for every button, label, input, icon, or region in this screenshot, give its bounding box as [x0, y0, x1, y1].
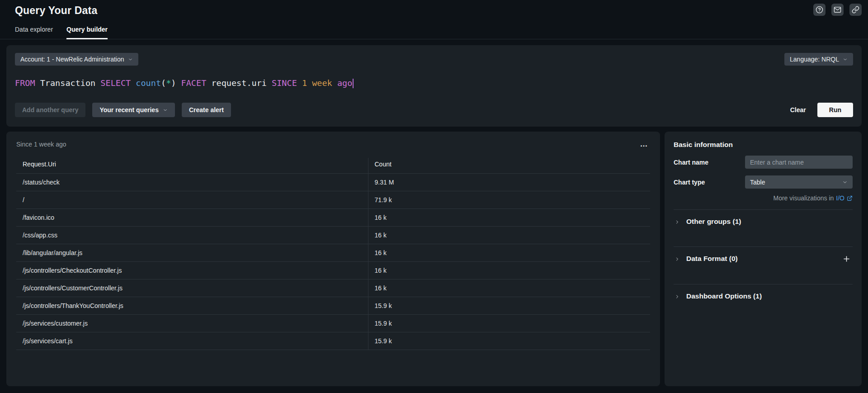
request-uri-cell: / — [16, 191, 368, 209]
table-row: /js/controllers/CustomerController.js16 … — [16, 279, 650, 297]
chevron-down-icon — [843, 57, 848, 62]
count-cell: 15.9 k — [368, 332, 650, 350]
count-cell: 9.31 M — [368, 174, 650, 191]
request-uri-cell: /status/check — [16, 174, 368, 191]
help-icon — [816, 6, 823, 14]
nrql-query-text: FROM Transaction SELECT count(*) FACET r… — [15, 78, 352, 88]
count-cell: 16 k — [368, 244, 650, 262]
link-icon — [852, 6, 859, 14]
chart-name-label: Chart name — [674, 159, 745, 166]
count-cell: 15.9 k — [368, 315, 650, 332]
add-another-query-button[interactable]: Add another query — [15, 103, 85, 117]
query-builder-panel: Account: 1 - NewRelic Administration Lan… — [6, 45, 862, 127]
chevron-down-icon — [128, 57, 133, 62]
table-row: /js/services/cart.js15.9 k — [16, 332, 650, 350]
section-data-format[interactable]: Data Format (0) — [674, 246, 853, 284]
count-cell: 71.9 k — [368, 191, 650, 209]
request-uri-cell: /js/controllers/CheckoutController.js — [16, 262, 368, 279]
table-row: /js/controllers/CheckoutController.js16 … — [16, 262, 650, 279]
chart-type-label: Chart type — [674, 179, 745, 186]
header-actions — [813, 4, 862, 16]
section-dashboard-options[interactable]: Dashboard Options (1) — [674, 284, 853, 321]
basic-information-heading: Basic information — [674, 141, 853, 149]
chevron-right-icon — [675, 294, 680, 299]
request-uri-cell: /js/services/cart.js — [16, 332, 368, 350]
table-header-row: Request.Uri Count — [16, 158, 650, 174]
chart-type-select[interactable]: Table — [745, 175, 853, 189]
table-row: /status/check9.31 M — [16, 174, 650, 191]
page-header: Query Your Data — [0, 0, 868, 17]
tab-data-explorer[interactable]: Data explorer — [15, 26, 53, 39]
count-cell: 16 k — [368, 209, 650, 227]
request-uri-cell: /js/controllers/ThankYouController.js — [16, 297, 368, 315]
table-row: /lib/angular/angular.js16 k — [16, 244, 650, 262]
chart-name-input[interactable] — [745, 156, 853, 169]
copy-link-button[interactable] — [849, 4, 862, 16]
chevron-right-icon — [675, 219, 680, 225]
chevron-right-icon — [675, 256, 680, 262]
table-row: /js/controllers/ThankYouController.js15.… — [16, 297, 650, 315]
table-row: /favicon.ico16 k — [16, 209, 650, 227]
count-cell: 15.9 k — [368, 297, 650, 315]
count-cell: 16 k — [368, 227, 650, 244]
account-selector[interactable]: Account: 1 - NewRelic Administration — [15, 53, 138, 66]
feedback-button[interactable] — [831, 4, 844, 16]
add-data-format-button[interactable] — [842, 255, 851, 263]
run-button[interactable]: Run — [817, 103, 853, 117]
help-button[interactable] — [813, 4, 826, 16]
request-uri-cell: /js/services/customer.js — [16, 315, 368, 332]
io-link[interactable]: I/O — [836, 194, 853, 202]
count-cell: 16 k — [368, 279, 650, 297]
table-body: /status/check9.31 M/71.9 k/favicon.ico16… — [16, 174, 650, 350]
request-uri-cell: /lib/angular/angular.js — [16, 244, 368, 262]
column-header-request-uri[interactable]: Request.Uri — [16, 158, 368, 174]
request-uri-cell: /favicon.ico — [16, 209, 368, 227]
recent-queries-button[interactable]: Your recent queries — [92, 103, 175, 117]
create-alert-button[interactable]: Create alert — [182, 103, 231, 117]
language-selector[interactable]: Language: NRQL — [784, 53, 853, 66]
column-header-count[interactable]: Count — [368, 158, 650, 174]
table-row: /71.9 k — [16, 191, 650, 209]
results-time-range: Since 1 week ago — [16, 141, 66, 148]
query-results-panel: Since 1 week ago … Request.Uri Count /st… — [6, 132, 660, 386]
chart-settings-panel: Basic information Chart name Chart type … — [665, 132, 862, 386]
section-other-groups[interactable]: Other groups (1) — [674, 209, 853, 246]
page-title: Query Your Data — [15, 5, 862, 17]
results-table: Request.Uri Count /status/check9.31 M/71… — [16, 158, 650, 350]
chart-options-menu-button[interactable]: … — [638, 141, 651, 147]
text-cursor — [353, 79, 354, 88]
mail-icon — [834, 6, 841, 14]
tab-bar: Data explorer Query builder — [0, 26, 868, 39]
tab-query-builder[interactable]: Query builder — [66, 26, 108, 39]
chevron-down-icon — [163, 108, 168, 113]
clear-button[interactable]: Clear — [786, 103, 811, 117]
table-row: /css/app.css16 k — [16, 227, 650, 244]
count-cell: 16 k — [368, 262, 650, 279]
more-visualizations-note: More visualizations in I/O — [674, 194, 853, 202]
nrql-query-editor[interactable]: FROM Transaction SELECT count(*) FACET r… — [15, 78, 853, 88]
chevron-down-icon — [842, 180, 848, 185]
request-uri-cell: /css/app.css — [16, 227, 368, 244]
table-row: /js/services/customer.js15.9 k — [16, 315, 650, 332]
external-link-icon — [847, 195, 853, 201]
request-uri-cell: /js/controllers/CustomerController.js — [16, 279, 368, 297]
